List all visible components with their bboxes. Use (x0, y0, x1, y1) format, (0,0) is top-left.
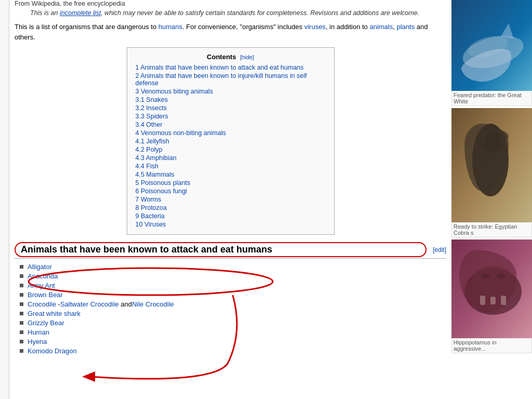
great-white-shark-link[interactable]: Great white shark (28, 310, 81, 317)
bullet-icon (20, 274, 23, 278)
svg-rect-16 (501, 296, 506, 305)
cobra-image-block: Ready to strike: Egyptian Cobra s (451, 108, 532, 237)
hyena-link[interactable]: Hyena (28, 338, 47, 345)
toc-item-3-4: 3.4 Other (136, 121, 326, 128)
crocodile-link[interactable]: Crocodile (28, 300, 56, 308)
cobra-image (451, 108, 532, 222)
plants-link[interactable]: plants (396, 23, 415, 31)
bullet-icon (20, 321, 23, 325)
svg-point-18 (497, 273, 505, 278)
toc-link-3[interactable]: 3 Venomous biting animals (136, 88, 213, 95)
svg-point-13 (472, 265, 514, 297)
hippo-image-block: Hippopotamus in aggressive... (451, 240, 532, 353)
crocodile-text: - (56, 300, 60, 308)
section1-heading: Animals that have been known to attack a… (15, 242, 427, 257)
toc-link-3-2[interactable]: 3.2 Insects (136, 104, 167, 112)
svg-rect-6 (451, 108, 532, 222)
humans-link[interactable]: humans (158, 23, 182, 31)
komodo-dragon-link[interactable]: Komodo Dragon (28, 347, 77, 355)
list-item-crocodile: Crocodile - Saltwater Crocodile and Nile… (20, 300, 446, 308)
toc-link-4-2[interactable]: 4.2 Polyp (136, 146, 163, 153)
svg-point-7 (472, 124, 509, 196)
toc-link-4-4[interactable]: 4.4 Fish (136, 163, 158, 170)
toc-hide-link[interactable]: [hide] (240, 54, 254, 60)
bullet-icon (20, 284, 23, 287)
shark-image-block: Feared predator: the Great White (451, 0, 532, 106)
left-sidebar (0, 0, 9, 399)
saltwater-crocodile-link[interactable]: Saltwater Crocodile (60, 300, 119, 308)
brown-bear-link[interactable]: Brown Bear (28, 291, 63, 299)
toc-link-3-1[interactable]: 3.1 Snakes (136, 96, 168, 103)
toc-item-2: 2 Animals that have been known to injure… (136, 72, 326, 87)
toc-link-10[interactable]: 10 Viruses (136, 221, 166, 228)
svg-point-9 (477, 129, 509, 144)
hippo-image (451, 240, 532, 338)
toc-list: 1 Animals that have been known to attack… (136, 64, 326, 228)
toc-link-4-1[interactable]: 4.1 Jellyfish (136, 138, 169, 145)
anaconda-link[interactable]: Anaconda (28, 272, 58, 280)
toc-title: Contents [hide] (136, 53, 326, 61)
toc-link-5[interactable]: 5 Poisonous plants (136, 179, 191, 187)
cobra-caption: Ready to strike: Egyptian Cobra s (451, 222, 532, 237)
list-item-komodo-dragon: Komodo Dragon (20, 347, 446, 355)
human-link[interactable]: Human (28, 328, 49, 336)
svg-point-10 (485, 131, 501, 152)
right-sidebar: Feared predator: the Great White (451, 0, 532, 399)
animals-link[interactable]: animals (369, 23, 393, 31)
toc-link-3-4[interactable]: 3.4 Other (136, 121, 163, 128)
svg-point-17 (481, 273, 489, 278)
toc-item-9: 9 Bacteria (136, 212, 326, 220)
toc-link-6[interactable]: 6 Poisonous fungi (136, 188, 187, 195)
svg-rect-15 (490, 297, 496, 304)
from-wiki-text: From Wikipedia, the free encyclopedia (15, 0, 446, 7)
toc-item-4-1: 4.1 Jellyfish (136, 138, 326, 145)
toc-item-3-2: 3.2 Insects (136, 104, 326, 112)
toc-link-1[interactable]: 1 Animals that have been known to attack… (136, 64, 304, 71)
toc-link-3-3[interactable]: 3.3 Spiders (136, 113, 168, 120)
toc-link-4-5[interactable]: 4.5 Mammals (136, 171, 175, 178)
grizzly-bear-link[interactable]: Grizzly Bear (28, 319, 64, 327)
toc-item-7: 7 Worms (136, 196, 326, 203)
alligator-link[interactable]: Alligator (28, 263, 52, 271)
list-item-grizzly-bear: Grizzly Bear (20, 319, 446, 327)
list-item-brown-bear: Brown Bear (20, 291, 446, 299)
toc-item-4-5: 4.5 Mammals (136, 171, 326, 178)
list-item-hyena: Hyena (20, 338, 446, 345)
toc-link-4-3[interactable]: 4.3 Amphibian (136, 154, 177, 162)
toc-item-4-2: 4.2 Polyp (136, 146, 326, 153)
toc-link-2[interactable]: 2 Animals that have been known to injure… (136, 72, 307, 87)
nile-crocodile-link[interactable]: Nile Crocodile (132, 300, 174, 308)
shark-caption: Feared predator: the Great White (451, 91, 532, 106)
list-item-human: Human (20, 328, 446, 336)
toc-item-6: 6 Poisonous fungi (136, 188, 326, 195)
bullet-icon (20, 265, 23, 269)
svg-point-12 (464, 268, 522, 315)
incomplete-notice: This is an incomplete list, which may ne… (30, 9, 446, 17)
list-item-army-ant: Army Ant (20, 282, 446, 289)
viruses-link[interactable]: viruses (304, 23, 326, 31)
toc-item-3-1: 3.1 Snakes (136, 96, 326, 103)
incomplete-list-link[interactable]: incomplete list (60, 9, 101, 17)
toc-link-7[interactable]: 7 Worms (136, 196, 162, 203)
and-text: and (119, 300, 132, 308)
section1-edit-link[interactable]: [edit] (433, 246, 446, 254)
shark-image (451, 0, 532, 91)
svg-point-8 (481, 126, 503, 152)
bullet-icon (20, 312, 23, 315)
toc-item-4: 4 Venomous non-biting animals (136, 129, 326, 137)
army-ant-link[interactable]: Army Ant (28, 282, 55, 289)
toc-item-1: 1 Animals that have been known to attack… (136, 64, 326, 71)
edit-bracket (427, 246, 429, 254)
toc-item-3-3: 3.3 Spiders (136, 113, 326, 120)
toc-link-8[interactable]: 8 Protozoa (136, 204, 167, 211)
toc-item-8: 8 Protozoa (136, 204, 326, 211)
main-content: From Wikipedia, the free encyclopedia Th… (9, 0, 451, 399)
svg-rect-14 (480, 296, 485, 305)
toc-link-4[interactable]: 4 Venomous non-biting animals (136, 129, 226, 137)
toc-item-4-3: 4.3 Amphibian (136, 154, 326, 162)
toc-link-9[interactable]: 9 Bacteria (136, 212, 165, 220)
bullet-icon (20, 293, 23, 297)
toc-item-4-4: 4.4 Fish (136, 163, 326, 170)
hippo-caption: Hippopotamus in aggressive... (451, 338, 532, 353)
section1-heading-wrapper: Animals that have been known to attack a… (15, 242, 446, 259)
